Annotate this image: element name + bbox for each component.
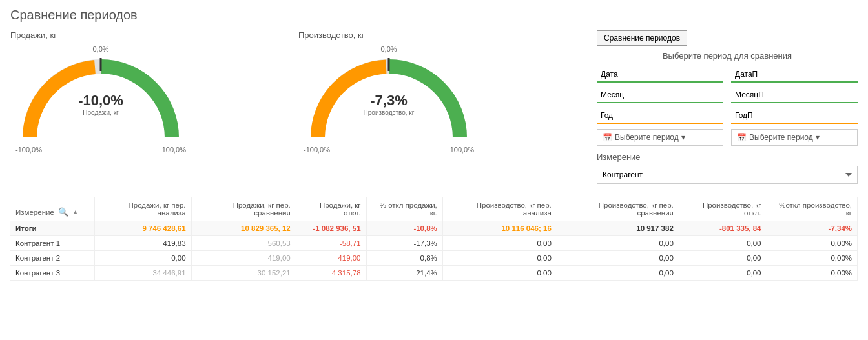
row-2-v3: 21,4% [366, 266, 442, 281]
th-sales-analysis: Продажи, кг пер. анализа [94, 197, 191, 221]
th-sales-pct: % откл продажи, кг. [366, 197, 442, 221]
month-p-input[interactable] [731, 88, 858, 103]
row-1-v7: 0,00% [767, 251, 857, 266]
th-sales-comparison: Продажи, кг пер. сравнения [191, 197, 296, 221]
row-2-v7: 0,00% [767, 266, 857, 281]
row-0-v5: 0,00 [557, 236, 679, 251]
row-1-v2: -419,00 [296, 251, 366, 266]
right-panel: Сравнение периодов Выберите период для с… [586, 30, 858, 184]
gauge-sales-sublabel: Продажи, кг [78, 109, 123, 116]
period-select-row: 📅 Выберите период ▾ 📅 Выберите период ▾ [597, 129, 858, 146]
measurement-label: Измерение [597, 152, 858, 162]
row-2-label: Контрагент 3 [10, 266, 94, 281]
search-icon[interactable]: 🔍 [58, 207, 68, 217]
row-2-v5: 0,00 [557, 266, 679, 281]
th-prod-comparison: Производство, кг пер. сравнения [557, 197, 679, 221]
totals-prod-analysis: 10 116 046; 16 [442, 221, 557, 236]
gauge-sales-min: -100,0% [16, 146, 42, 154]
totals-prod-pct: -7,34% [767, 221, 857, 236]
table-header-row: Измерение 🔍 ▲ Продажи, кг пер. анализа П… [10, 197, 858, 221]
calendar-icon-1: 📅 [603, 133, 612, 142]
table-row-2: Контрагент 3 34 446,91 30 152,21 4 315,7… [10, 266, 858, 281]
row-1-v3: 0,8% [366, 251, 442, 266]
row-0-v3: -17,3% [366, 236, 442, 251]
gauge-production-top-label: 0,0% [380, 45, 397, 53]
calendar-icon-2: 📅 [737, 133, 747, 142]
gauge-production-percent: -7,3% [364, 92, 415, 109]
th-sales-deviation: Продажи, кг откл. [296, 197, 366, 221]
row-0-v2: -58,71 [296, 236, 366, 251]
date-fields-row [597, 67, 858, 83]
totals-sales-analysis: 9 746 428,61 [94, 221, 191, 236]
period-select-label-1: Выберите период [615, 133, 679, 142]
gauge-production-max: 100,0% [450, 146, 474, 154]
row-1-v5: 0,00 [557, 251, 679, 266]
month-input[interactable] [597, 88, 723, 103]
row-1-label: Контрагент 2 [10, 251, 94, 266]
month-fields-row [597, 88, 858, 103]
th-prod-deviation: Производство, кг откл. [679, 197, 767, 221]
totals-prod-comparison: 10 917 382 [557, 221, 679, 236]
year-field-group [597, 108, 723, 124]
top-section: Продажи, кг 0,0% -10,0% [10, 30, 858, 184]
gauge-production-center: -7,3% Производство, кг [364, 92, 415, 116]
row-0-v7: 0,00% [767, 236, 857, 251]
row-0-v0: 419,83 [94, 236, 191, 251]
row-1-v6: 0,00 [679, 251, 767, 266]
table-row-0: Контрагент 1 419,83 560,53 -58,71 -17,3%… [10, 236, 858, 251]
th-prod-analysis: Производство, кг пер. анализа [442, 197, 557, 221]
charts-area: Продажи, кг 0,0% -10,0% [10, 30, 586, 184]
gauge-sales-top-label: 0,0% [92, 45, 108, 53]
gauge-sales-max: 100,0% [162, 146, 186, 154]
row-1-v4: 0,00 [442, 251, 557, 266]
measurement-select[interactable]: Контрагент [597, 166, 858, 184]
gauge-production: 0,0% -7,3% Производство, кг -100,0% 100,… [298, 44, 479, 160]
chart-label-production: Производство, кг [298, 30, 364, 40]
date-input[interactable] [597, 67, 723, 83]
date-field-group [597, 67, 723, 83]
gauge-sales-center: -10,0% Продажи, кг [78, 92, 123, 116]
gauge-sales: 0,0% -10,0% Продажи, кг -100,0% 100,0% [10, 44, 191, 160]
totals-label: Итоги [10, 221, 94, 236]
totals-sales-comparison: 10 829 365, 12 [191, 221, 296, 236]
chart-block-production: Производство, кг 0,0% -7,3% [298, 30, 586, 184]
period-select-btn-1[interactable]: 📅 Выберите период ▾ [597, 129, 723, 146]
totals-prod-deviation: -801 335, 84 [679, 221, 767, 236]
period-comparison-button[interactable]: Сравнение периодов [597, 30, 687, 46]
row-0-v4: 0,00 [442, 236, 557, 251]
year-fields-row [597, 108, 858, 124]
row-0-v6: 0,00 [679, 236, 767, 251]
row-1-v1: 419,00 [191, 251, 296, 266]
panel-subtitle: Выберите период для сравнения [597, 51, 858, 61]
row-2-v0: 34 446,91 [94, 266, 191, 281]
totals-sales-pct: -10,8% [366, 221, 442, 236]
data-table: Измерение 🔍 ▲ Продажи, кг пер. анализа П… [10, 197, 858, 281]
year-p-field-group [731, 108, 858, 124]
th-prod-pct: %откл производство, кг [767, 197, 857, 221]
year-p-input[interactable] [731, 108, 858, 124]
month-field-group [597, 88, 723, 103]
row-0-label: Контрагент 1 [10, 236, 94, 251]
page-container: Сравнение периодов Продажи, кг [0, 0, 868, 288]
gauge-production-min: -100,0% [304, 146, 330, 154]
th-dimension: Измерение 🔍 ▲ [10, 197, 94, 221]
chart-label-sales: Продажи, кг [10, 30, 57, 40]
row-2-v1: 30 152,21 [191, 266, 296, 281]
period-select-btn-2[interactable]: 📅 Выберите период ▾ [731, 129, 858, 146]
chevron-down-icon-1: ▾ [681, 133, 685, 142]
row-2-v4: 0,00 [442, 266, 557, 281]
date-p-field-group [731, 67, 858, 83]
month-p-field-group [731, 88, 858, 103]
year-input[interactable] [597, 108, 723, 124]
period-select-label-2: Выберите период [749, 133, 813, 142]
row-2-v2: 4 315,78 [296, 266, 366, 281]
table-row-totals: Итоги 9 746 428,61 10 829 365, 12 -1 082… [10, 221, 858, 236]
th-dimension-label: Измерение [16, 208, 54, 216]
page-title: Сравнение периодов [10, 8, 858, 23]
gauge-sales-percent: -10,0% [78, 92, 123, 109]
table-row-1: Контрагент 2 0,00 419,00 -419,00 0,8% 0,… [10, 251, 858, 266]
date-p-input[interactable] [731, 67, 858, 83]
sort-arrow-icon: ▲ [72, 208, 79, 215]
chevron-down-icon-2: ▾ [816, 133, 820, 142]
chart-block-sales: Продажи, кг 0,0% -10,0% [10, 30, 298, 184]
